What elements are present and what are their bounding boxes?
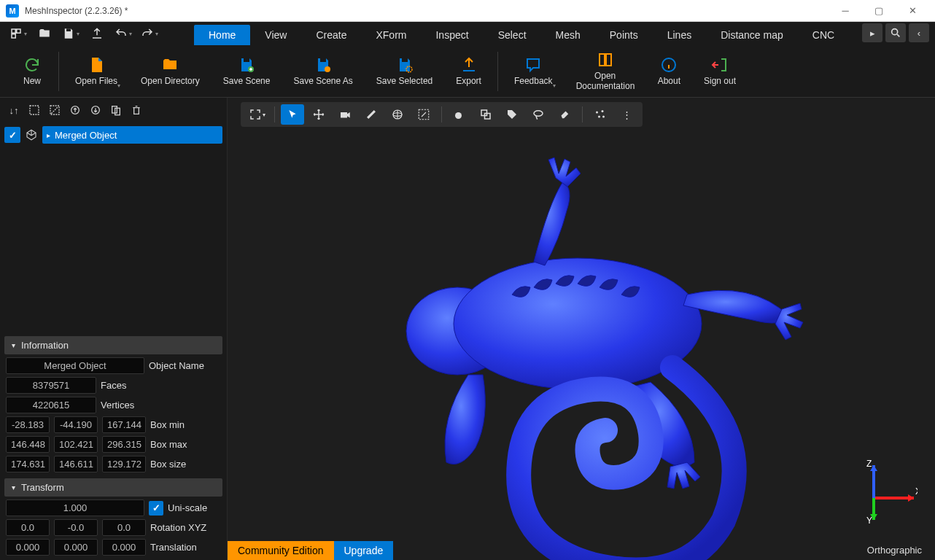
transform-header[interactable]: ▾ Transform bbox=[4, 478, 222, 497]
lasso-tool-button[interactable] bbox=[527, 104, 550, 125]
close-button[interactable]: ✕ bbox=[896, 0, 929, 22]
move-up-button[interactable] bbox=[67, 102, 83, 118]
pin-button[interactable]: ▸ bbox=[862, 23, 882, 42]
menu-bar: Home View Create XForm Inspect Select Me… bbox=[194, 22, 849, 45]
chevron-down-icon: ▾ bbox=[12, 341, 15, 349]
information-section: ▾ Information Merged ObjectObject Name 8… bbox=[4, 336, 222, 475]
sort-button[interactable]: ↓↑ bbox=[6, 102, 22, 118]
information-header[interactable]: ▾ Information bbox=[4, 336, 222, 354]
collapse-button[interactable]: ‹ bbox=[909, 23, 929, 42]
boxsize-z: 129.172 bbox=[102, 456, 146, 472]
save-as-icon bbox=[314, 56, 332, 74]
save-scene-as-button[interactable]: Save Scene As bbox=[282, 47, 364, 96]
scene-toolbar: ↓↑ bbox=[0, 98, 227, 122]
save-scene-button[interactable]: Save Scene bbox=[212, 47, 282, 96]
faces-value: 8379571 bbox=[6, 377, 96, 394]
fit-view-button[interactable]: ▾ bbox=[245, 104, 268, 125]
projection-label[interactable]: Orthographic bbox=[867, 545, 922, 556]
minimize-button[interactable]: ─ bbox=[829, 0, 862, 22]
save-button[interactable]: ▾ bbox=[58, 23, 83, 44]
expand-icon[interactable]: ▸ bbox=[47, 131, 50, 139]
measure-tool-button[interactable] bbox=[412, 104, 435, 125]
trans-x[interactable]: 0.000 bbox=[6, 539, 50, 556]
open-folder-button[interactable] bbox=[32, 23, 57, 44]
tab-select[interactable]: Select bbox=[484, 25, 541, 45]
scale-input[interactable]: 1.000 bbox=[6, 499, 144, 516]
feedback-button[interactable]: Feedback ▾ bbox=[503, 47, 565, 96]
open-files-button[interactable]: Open Files ▾ bbox=[63, 47, 129, 96]
plane-tool-button[interactable] bbox=[360, 104, 383, 125]
undo-button[interactable]: ▾ bbox=[111, 23, 136, 44]
boxmax-y: 102.421 bbox=[54, 436, 98, 453]
axis-gizmo[interactable]: X Y Z bbox=[852, 458, 917, 524]
object-name-value: Merged Object bbox=[6, 357, 144, 374]
open-directory-button[interactable]: Open Directory bbox=[129, 47, 212, 96]
tab-xform[interactable]: XForm bbox=[361, 25, 421, 45]
tab-home[interactable]: Home bbox=[194, 25, 250, 45]
tag-tool-button[interactable] bbox=[500, 104, 524, 125]
vertices-label: Vertices bbox=[101, 400, 134, 411]
open-docs-button[interactable]: Open Documentation bbox=[565, 47, 646, 96]
export-button[interactable] bbox=[85, 23, 109, 44]
paint-tool-button[interactable] bbox=[448, 104, 471, 125]
svg-point-26 bbox=[602, 110, 604, 112]
move-tool-button[interactable] bbox=[307, 104, 330, 125]
camera-tool-button[interactable] bbox=[333, 104, 357, 125]
more-tools-button[interactable]: ⋮ bbox=[615, 104, 638, 125]
move-down-button[interactable] bbox=[88, 102, 104, 118]
save-selected-button[interactable]: Save Selected bbox=[365, 47, 444, 96]
export-icon bbox=[460, 56, 478, 74]
svg-rect-2 bbox=[12, 34, 15, 38]
uniscale-checkbox[interactable]: ✓ bbox=[149, 501, 163, 516]
rotation-label: Rotation XYZ bbox=[150, 522, 206, 533]
save-selected-icon bbox=[396, 56, 414, 74]
left-panel: ↓↑ ✓ ▸ Merged Object ▾ Informati bbox=[0, 98, 228, 560]
svg-point-8 bbox=[325, 66, 330, 72]
tab-mesh[interactable]: Mesh bbox=[541, 25, 595, 45]
select-tool-button[interactable] bbox=[281, 104, 304, 125]
tab-inspect[interactable]: Inspect bbox=[421, 25, 483, 45]
erase-tool-button[interactable] bbox=[553, 104, 576, 125]
trans-z[interactable]: 0.000 bbox=[102, 539, 146, 556]
upgrade-button[interactable]: Upgrade bbox=[334, 541, 394, 560]
layers-tool-button[interactable] bbox=[474, 104, 497, 125]
tab-distance-map[interactable]: Distance map bbox=[706, 25, 798, 45]
object-name-label: Object Name bbox=[149, 360, 204, 371]
new-button[interactable]: New bbox=[10, 47, 54, 96]
viewport[interactable]: ▾ ⋮ bbox=[228, 98, 935, 560]
svg-rect-1 bbox=[17, 29, 20, 33]
chevron-down-icon: ▾ bbox=[12, 483, 15, 491]
chat-icon bbox=[524, 56, 542, 74]
rot-z[interactable]: 0.0 bbox=[102, 519, 146, 536]
viewport-toolbar: ▾ ⋮ bbox=[241, 102, 643, 127]
duplicate-button[interactable] bbox=[108, 102, 124, 118]
globe-tool-button[interactable] bbox=[386, 104, 409, 125]
ribbon-export-button[interactable]: Export bbox=[444, 47, 493, 96]
title-bar: M MeshInspector (2.2.3.26) * ─ ▢ ✕ bbox=[0, 0, 935, 22]
tab-lines[interactable]: Lines bbox=[653, 25, 706, 45]
translation-label: Translation bbox=[150, 542, 197, 553]
tab-points[interactable]: Points bbox=[595, 25, 653, 45]
tab-view[interactable]: View bbox=[250, 25, 301, 45]
tree-item-merged-object[interactable]: ▸ Merged Object bbox=[42, 126, 222, 144]
search-button[interactable] bbox=[885, 23, 906, 42]
boxmax-z: 296.315 bbox=[102, 436, 146, 453]
maximize-button[interactable]: ▢ bbox=[862, 0, 896, 22]
scene-menu-button[interactable]: ▾ bbox=[6, 23, 31, 44]
redo-button[interactable]: ▾ bbox=[137, 23, 162, 44]
tree-item-label: Merged Object bbox=[55, 130, 117, 141]
transform-section: ▾ Transform 1.000 ✓ Uni-scale 0.0 -0.0 0… bbox=[4, 478, 222, 559]
trans-y[interactable]: 0.000 bbox=[54, 539, 98, 556]
tree-row-merged[interactable]: ✓ ▸ Merged Object bbox=[4, 125, 222, 144]
delete-button[interactable] bbox=[128, 102, 144, 118]
rot-x[interactable]: 0.0 bbox=[6, 519, 50, 536]
points-tool-button[interactable] bbox=[589, 104, 612, 125]
visibility-checkbox[interactable]: ✓ bbox=[4, 127, 20, 143]
deselect-button[interactable] bbox=[47, 102, 63, 118]
signout-button[interactable]: Sign out bbox=[692, 47, 748, 96]
tab-cnc[interactable]: CNC bbox=[798, 25, 849, 45]
select-all-button[interactable] bbox=[26, 102, 42, 118]
rot-y[interactable]: -0.0 bbox=[54, 519, 98, 536]
tab-create[interactable]: Create bbox=[301, 25, 361, 45]
about-button[interactable]: About bbox=[646, 47, 692, 96]
